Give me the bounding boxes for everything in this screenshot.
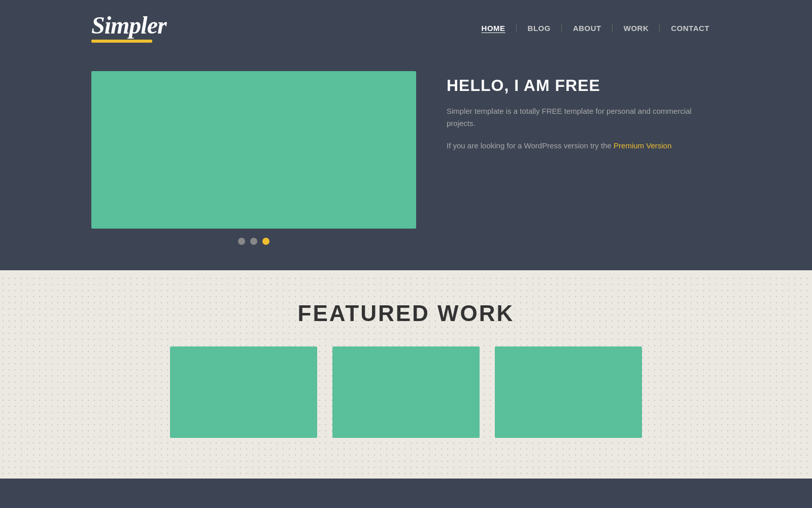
slider-dot-1[interactable] xyxy=(238,238,245,245)
nav-home[interactable]: HOME xyxy=(470,24,517,33)
work-item-3[interactable] xyxy=(495,346,642,438)
nav-contact[interactable]: CONTACT xyxy=(660,24,721,33)
featured-title: FEATURED WORK xyxy=(91,301,721,326)
nav-work[interactable]: WORK xyxy=(613,24,660,33)
hero-description-1: Simpler template is a totally FREE templ… xyxy=(447,105,721,130)
logo-text: Simpler xyxy=(91,13,166,38)
hero-title: HELLO, I AM FREE xyxy=(447,76,721,95)
hero-image-wrap xyxy=(91,71,416,245)
work-item-1[interactable] xyxy=(170,346,317,438)
nav-blog[interactable]: BLOG xyxy=(517,24,562,33)
featured-section: FEATURED WORK xyxy=(0,275,812,479)
hero-premium-link[interactable]: Premium Version xyxy=(614,141,671,150)
slider-dot-3[interactable] xyxy=(262,238,269,245)
nav-about[interactable]: ABOUT xyxy=(562,24,613,33)
work-item-2[interactable] xyxy=(332,346,480,438)
slider-dot-2[interactable] xyxy=(250,238,257,245)
hero-image xyxy=(91,71,416,229)
hero-section: HELLO, I AM FREE Simpler template is a t… xyxy=(0,56,812,275)
work-grid xyxy=(91,346,721,438)
header: Simpler HOME BLOG ABOUT WORK CONTACT xyxy=(0,0,812,56)
hero-text: HELLO, I AM FREE Simpler template is a t… xyxy=(447,71,721,152)
slider-dots xyxy=(238,238,269,245)
hero-description-2: If you are looking for a WordPress versi… xyxy=(447,140,721,152)
main-nav: HOME BLOG ABOUT WORK CONTACT xyxy=(470,24,721,33)
logo-underline xyxy=(91,40,152,43)
logo: Simpler xyxy=(91,13,166,43)
featured-wrapper: FEATURED WORK xyxy=(0,275,812,479)
